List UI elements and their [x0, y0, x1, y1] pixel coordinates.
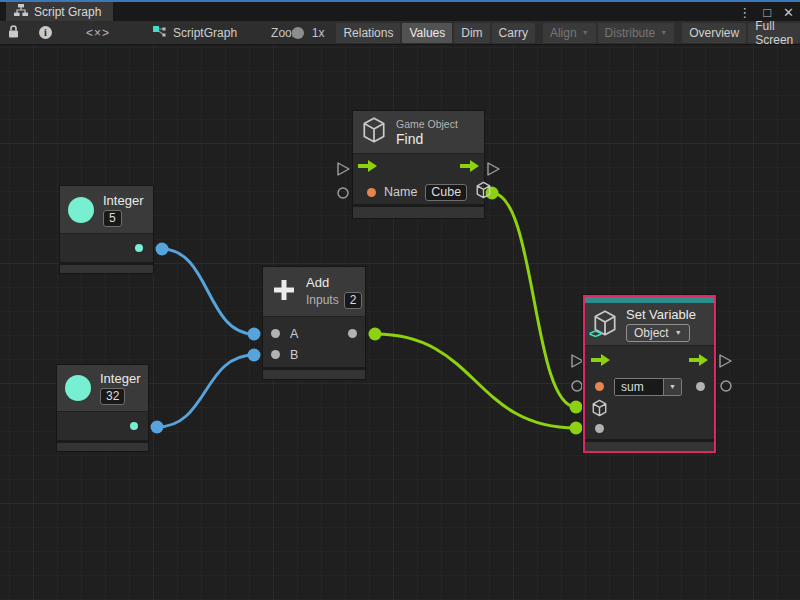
flow-out-arrow-icon[interactable]: [689, 352, 708, 370]
node-title: Add: [306, 275, 329, 290]
flow-out-port-setvariable: [720, 355, 731, 367]
graph-canvas[interactable]: Integer 5 Integer 32: [0, 45, 800, 600]
find-node[interactable]: Game Object Find Name Cube: [353, 111, 484, 218]
name-port-find: [338, 188, 348, 198]
game-object-output-port[interactable]: [475, 181, 492, 203]
flow-in-port-setvariable: [572, 355, 583, 367]
lock-button[interactable]: [0, 23, 27, 43]
window-menu-icon[interactable]: ⋮: [738, 5, 751, 20]
info-button[interactable]: i: [31, 23, 60, 43]
integer-output-port[interactable]: [130, 422, 138, 430]
node-category: Game Object: [396, 118, 458, 130]
graph-tree-icon: [14, 4, 28, 19]
value-in-port-setvariable: [572, 381, 582, 391]
integer-value-field[interactable]: 32: [100, 388, 125, 405]
input-b-label: B: [290, 348, 298, 362]
tab-script-graph[interactable]: Script Graph: [6, 2, 113, 21]
connection-int32-to-add-b: [157, 355, 254, 427]
script-graph-icon: [152, 25, 167, 41]
name-label: Name: [384, 185, 417, 199]
value-out-port-setvariable: [721, 381, 731, 391]
flow-out-port-find: [488, 163, 499, 175]
dim-button[interactable]: Dim: [454, 23, 489, 43]
add-icon: [271, 277, 297, 307]
fullscreen-button[interactable]: Full Screen: [748, 23, 800, 43]
relations-button[interactable]: Relations: [336, 23, 400, 43]
breadcrumb-label: ScriptGraph: [173, 26, 237, 40]
variable-name-dropdown[interactable]: sum ▼: [614, 378, 682, 396]
sum-output-port[interactable]: [348, 329, 357, 338]
name-input-port[interactable]: [367, 188, 376, 197]
chevron-down-icon: ▼: [660, 29, 667, 36]
align-dropdown[interactable]: Align▼: [543, 23, 596, 43]
name-value-field[interactable]: Cube: [425, 184, 467, 201]
flow-in-port-find: [338, 163, 349, 175]
values-button[interactable]: Values: [402, 23, 452, 43]
breadcrumb[interactable]: ScriptGraph: [144, 23, 245, 43]
integer-node-2[interactable]: Integer 32: [57, 365, 148, 451]
node-title: Find: [396, 131, 423, 147]
flow-in-arrow-icon[interactable]: [358, 158, 377, 176]
script-graph-window: Script Graph ⋮ □ ✕ i <×> ScriptGraph: [0, 0, 800, 600]
flow-in-arrow-icon[interactable]: [591, 352, 610, 370]
connection-add-to-setvariable: [375, 334, 576, 428]
add-node[interactable]: Add Inputs 2 A B: [263, 267, 365, 379]
chevron-down-icon: ▼: [669, 383, 676, 390]
variable-brackets-icon: <>: [589, 327, 601, 341]
integer-icon: [68, 197, 94, 223]
zoom-slider-handle[interactable]: [292, 27, 304, 39]
chevron-down-icon: ▼: [675, 329, 682, 336]
inputs-count-field[interactable]: 2: [344, 292, 363, 309]
integer-node-1[interactable]: Integer 5: [60, 186, 153, 273]
node-title: Set Variable: [626, 307, 696, 322]
set-variable-icon: <>: [591, 309, 619, 339]
variable-scope-dropdown[interactable]: Object ▼: [626, 324, 690, 342]
set-variable-node[interactable]: <> Set Variable Object ▼: [583, 295, 716, 453]
variable-name-port[interactable]: [595, 382, 604, 391]
tab-title: Script Graph: [34, 5, 101, 19]
integer-icon: [65, 375, 91, 401]
title-bar: Script Graph ⋮ □ ✕: [0, 0, 800, 21]
integer-output-port[interactable]: [135, 244, 143, 252]
zoom-value: 1x: [312, 26, 325, 40]
carry-button[interactable]: Carry: [492, 23, 535, 43]
overview-button[interactable]: Overview: [682, 23, 746, 43]
input-b-port[interactable]: [271, 350, 280, 359]
connection-find-to-setvariable: [492, 193, 576, 407]
chevron-down-icon: ▼: [582, 29, 589, 36]
node-title: Integer: [103, 193, 143, 208]
integer-value-field[interactable]: 5: [103, 210, 122, 227]
inputs-label: Inputs: [306, 293, 339, 307]
info-icon: i: [39, 26, 52, 39]
input-a-port[interactable]: [271, 329, 280, 338]
code-toggle-icon: <×>: [86, 26, 110, 40]
code-preview-toggle[interactable]: <×>: [78, 23, 118, 43]
node-title: Integer: [100, 371, 140, 386]
object-input-port[interactable]: [591, 399, 608, 417]
game-object-icon: [361, 116, 387, 148]
lock-icon: [8, 25, 19, 41]
value-output-port[interactable]: [696, 382, 705, 391]
connection-int5-to-add-a: [162, 249, 254, 334]
input-a-label: A: [290, 327, 298, 341]
flow-out-arrow-icon[interactable]: [460, 158, 479, 176]
distribute-dropdown[interactable]: Distribute▼: [598, 23, 675, 43]
graph-toolbar: i <×> ScriptGraph Zoom 1x Relations Valu…: [0, 21, 800, 45]
value-input-port[interactable]: [595, 424, 604, 433]
